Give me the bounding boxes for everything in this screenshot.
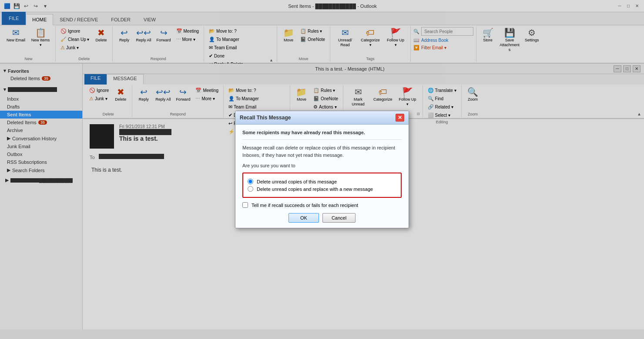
dialog-question: Are you sure you want to [242,163,402,168]
dialog-checkbox[interactable] [242,202,248,208]
dialog-info: Message recall can delete or replace cop… [242,144,402,159]
dialog-option-2-radio[interactable] [248,186,253,192]
dialog-cancel-button[interactable]: Cancel [322,213,356,223]
dialog-checkbox-label[interactable]: Tell me if recall succeeds or fails for … [252,203,358,208]
dialog-option-2-label[interactable]: Delete unread copies and replace with a … [257,186,373,192]
dialog-option-1-radio[interactable] [248,179,253,184]
dialog-overlay: Recall This Message ✕ Some recipients ma… [0,0,644,339]
dialog-title: Recall This Message [240,115,291,121]
dialog-warning: Some recipients may have already read th… [242,130,402,140]
dialog-checkbox-row: Tell me if recall succeeds or fails for … [242,202,402,208]
dialog-option-1-row: Delete unread copies of this message [248,179,396,184]
recall-dialog: Recall This Message ✕ Some recipients ma… [235,111,409,228]
dialog-options-box: Delete unread copies of this message Del… [242,173,402,198]
dialog-body: Some recipients may have already read th… [235,125,409,228]
dialog-buttons: OK Cancel [242,213,402,223]
dialog-ok-button[interactable]: OK [288,213,319,223]
dialog-option-1-label[interactable]: Delete unread copies of this message [257,179,337,184]
dialog-close-button[interactable]: ✕ [396,114,404,122]
dialog-titlebar: Recall This Message ✕ [235,111,409,125]
dialog-option-2-row: Delete unread copies and replace with a … [248,186,396,192]
